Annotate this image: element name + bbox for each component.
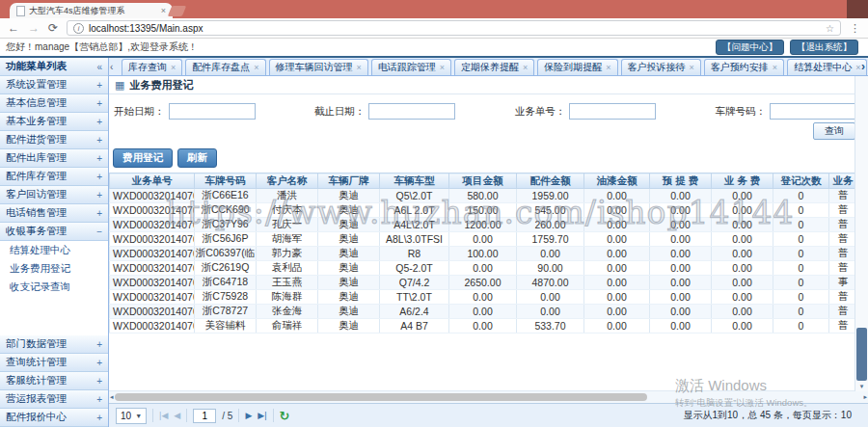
expand-icon[interactable]: + (96, 117, 102, 127)
expand-icon[interactable]: + (96, 190, 102, 200)
back-icon[interactable]: ← (8, 22, 19, 34)
grid-column-header[interactable]: 车辆车型 (380, 173, 449, 189)
grid-column-header[interactable]: 预 提 费 (650, 173, 712, 189)
grid-column-header[interactable]: 配件金额 (517, 173, 584, 189)
order-no-input[interactable] (569, 103, 656, 120)
new-tab-button[interactable] (168, 6, 186, 16)
sidebar-accordion-item[interactable]: 电话销售管理 + (0, 204, 108, 223)
grid-column-header[interactable]: 车辆厂牌 (318, 173, 380, 189)
expand-icon[interactable]: + (96, 339, 102, 350)
grid-column-header[interactable]: 业 务 费 (712, 173, 773, 189)
bookmark-star-icon[interactable]: ☆ (826, 23, 834, 34)
expand-icon[interactable]: + (96, 394, 102, 405)
expand-icon[interactable]: + (96, 208, 102, 219)
grid-column-header[interactable]: 业务单号 (110, 173, 195, 189)
tab-close-icon[interactable]: × (773, 63, 777, 72)
search-button[interactable]: 查询 (813, 122, 855, 140)
sidebar-submenu-item[interactable]: 业务费用登记 (0, 259, 108, 278)
sidebar-accordion-item[interactable]: 收银事务管理 − (0, 223, 108, 241)
prev-page-icon[interactable]: ◀ (174, 411, 180, 420)
last-page-icon[interactable]: ▶| (258, 411, 266, 420)
tab-close-icon[interactable]: × (606, 63, 610, 72)
content-tab[interactable]: 结算处理中心 × (787, 59, 867, 75)
grid-column-header[interactable]: 项目金额 (449, 173, 517, 189)
horizontal-scroll-thumb[interactable] (115, 393, 647, 401)
content-tab[interactable]: 客户预约安排 × (704, 59, 784, 75)
content-tab[interactable]: 保险到期提醒 × (537, 59, 617, 75)
tab-close-icon[interactable]: × (357, 63, 362, 72)
expand-icon[interactable]: + (96, 135, 102, 146)
reload-icon[interactable]: ⟳ (48, 22, 58, 34)
grid-column-header[interactable]: 业务 (829, 173, 857, 189)
tabs-scroll-left-icon[interactable]: ‹ (110, 62, 113, 72)
refresh-button[interactable]: 刷新 (177, 148, 217, 168)
tab-close-icon[interactable]: × (161, 6, 166, 15)
table-row[interactable]: WXD0003201407039 浙C78727 张金海 奥迪 A6/2.4 0… (110, 305, 857, 319)
page-number-input[interactable] (193, 409, 216, 423)
next-page-icon[interactable]: ▶ (245, 411, 252, 420)
table-row[interactable]: WXD0003201407065 浙C56J6P 胡海军 奥迪 A8L\3.0T… (110, 232, 857, 247)
page-info-icon[interactable]: i (73, 23, 84, 34)
expand-icon[interactable]: + (96, 153, 102, 164)
tab-close-icon[interactable]: × (690, 63, 694, 72)
sidebar-accordion-item[interactable]: 客服统计管理 + (0, 372, 108, 390)
sidebar-accordion-item[interactable]: 查询统计管理 + (0, 354, 108, 372)
table-row[interactable]: WXD0003201407066 浙C66E16 潘洪 奥迪 Q5\2.0T 5… (110, 189, 857, 203)
table-row[interactable]: WXD0003201407064 浙C06397(临 郭力豪 奥迪 R8 100… (110, 247, 857, 261)
content-tab[interactable]: 修理车辆回访管理 × (269, 59, 368, 75)
expand-icon[interactable]: + (96, 172, 102, 182)
grid-column-header[interactable]: 油漆金额 (584, 173, 650, 189)
browser-tab[interactable]: 大型汽车4s店维修管理系 × (10, 3, 173, 18)
tabs-scroll-right-icon[interactable]: › (861, 60, 865, 73)
expand-icon[interactable]: + (96, 413, 102, 423)
sidebar-accordion-item[interactable]: 部门数据管理 + (0, 335, 108, 354)
sidebar-accordion-item[interactable]: 客户回访管理 + (0, 186, 108, 204)
first-page-icon[interactable]: |◀ (159, 411, 168, 420)
content-tab[interactable]: 库存查询 × (122, 59, 182, 75)
content-tab[interactable]: 定期保养提醒 × (454, 59, 534, 75)
sidebar-accordion-item[interactable]: 配件进货管理 + (0, 131, 108, 149)
sidebar-submenu-item[interactable]: 收支记录查询 (0, 278, 108, 296)
sidebar-accordion-item[interactable]: 系统设置管理 + (0, 76, 108, 94)
scroll-left-arrow-icon[interactable]: ◂ (110, 393, 114, 401)
expand-icon[interactable]: − (96, 227, 102, 237)
tab-close-icon[interactable]: × (855, 63, 860, 72)
table-row[interactable]: WXD0003201407061 浙C2619Q 袁利品 奥迪 Q5-2.0T … (110, 261, 857, 276)
table-row[interactable]: WXD0003201407066 浙CCK690 付庆本 奥迪 A6L 2.0T… (110, 203, 857, 218)
table-row[interactable]: WXD0003201407066 浙C37Y96 孔庆一 奥迪 A4L\2.0T… (110, 218, 857, 232)
grid-column-header[interactable]: 车牌号码 (195, 173, 257, 189)
sidebar-accordion-item[interactable]: 基本业务管理 + (0, 113, 108, 131)
url-input[interactable]: i localhost:13395/Main.aspx ☆ (67, 20, 841, 36)
sidebar-accordion-item[interactable]: 配件库存管理 + (0, 168, 108, 186)
content-tab[interactable]: 电话跟踪管理 × (371, 59, 451, 75)
table-row[interactable]: WXD0003201407050 浙C75928 陈海群 奥迪 TT\2.0T … (110, 290, 857, 305)
grid-column-header[interactable]: 登记次数 (773, 173, 829, 189)
tab-close-icon[interactable]: × (440, 63, 445, 72)
table-row[interactable]: WXD0003201407056 浙C64718 王玉燕 奥迪 Q7/4.2 2… (110, 276, 857, 290)
question-center-button[interactable]: 【问题中心】 (716, 40, 784, 55)
plate-no-input[interactable] (770, 103, 856, 120)
expand-icon[interactable]: + (96, 376, 102, 387)
table-row[interactable]: WXD0003201407006 美容辅料 俞瑞祥 奥迪 A4 B7 0.00 … (110, 319, 857, 334)
tab-close-icon[interactable]: × (523, 63, 528, 72)
expand-icon[interactable]: + (96, 358, 102, 368)
sidebar-accordion-item[interactable]: 基本信息管理 + (0, 94, 108, 113)
horizontal-scrollbar[interactable]: ◂ ▸ (109, 390, 868, 403)
end-date-input[interactable] (368, 103, 455, 120)
sidebar-accordion-item[interactable]: 配件出库管理 + (0, 149, 108, 168)
vertical-scrollbar[interactable]: ▾ (854, 76, 868, 391)
grid-column-header[interactable]: 客户名称 (257, 173, 318, 189)
fee-register-button[interactable]: 费用登记 (113, 148, 173, 168)
tab-close-icon[interactable]: × (254, 63, 258, 72)
scroll-right-arrow-icon[interactable]: ▸ (863, 393, 867, 401)
sidebar-collapse-icon[interactable]: « (96, 62, 102, 72)
forward-icon[interactable]: → (28, 22, 40, 34)
start-date-input[interactable] (169, 103, 256, 120)
vertical-scroll-thumb[interactable] (856, 328, 867, 381)
tab-close-icon[interactable]: × (171, 63, 176, 72)
logout-button[interactable]: 【退出系统】 (790, 40, 858, 55)
content-tab[interactable]: 客户投诉接待 × (621, 59, 701, 75)
scroll-down-arrow-icon[interactable]: ▾ (855, 383, 868, 390)
content-tab[interactable]: 配件库存盘点 × (185, 59, 265, 75)
browser-menu-icon[interactable]: ⋮ (850, 22, 860, 35)
